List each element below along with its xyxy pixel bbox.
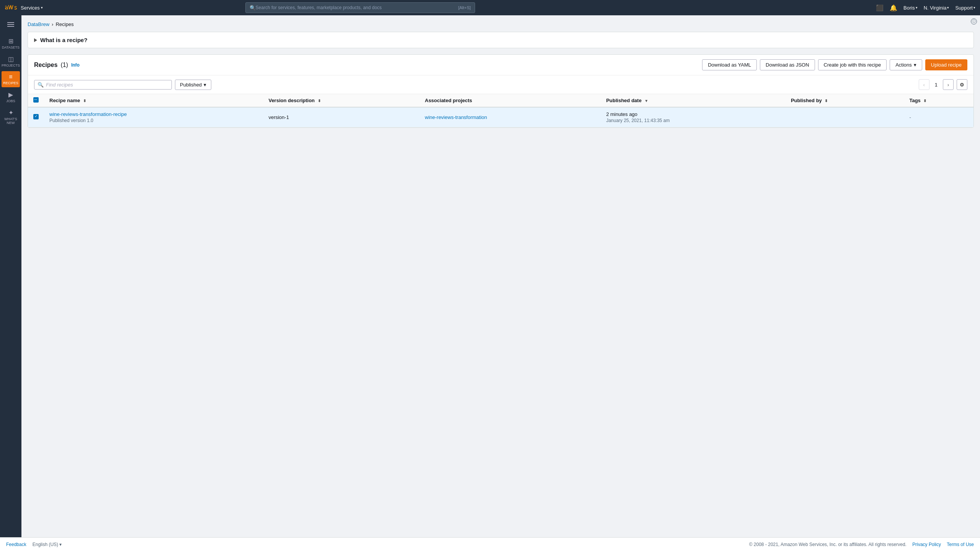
main-content: DataBrew › Recipes What is a recipe? Rec… [21,15,980,537]
region-name: N. Virginia [924,5,947,11]
published-filter-dropdown[interactable]: Published ▾ [175,80,211,90]
projects-icon: ◫ [8,55,14,63]
sidebar-item-jobs[interactable]: ▶ JOBS [2,89,20,105]
info-link[interactable]: Info [71,62,80,68]
col-associated-projects-label: Associated projects [425,98,472,103]
download-yaml-button[interactable]: Download as YAML [702,59,757,70]
actions-button[interactable]: Actions ▾ [890,59,922,70]
col-published-date-sort-icon: ▼ [645,99,648,103]
user-name: Boris [903,5,915,11]
version-description-value: version-1 [268,114,289,120]
jobs-icon: ▶ [8,91,13,98]
create-job-button[interactable]: Create job with this recipe [818,59,887,70]
col-version-description[interactable]: Version description ⬍ [263,94,419,107]
filter-row: 🔍 Published ▾ ‹ 1 › ⚙ [28,75,973,94]
hamburger-menu[interactable] [2,18,20,31]
settings-icon: ⚙ [960,82,964,88]
user-menu[interactable]: Boris ▾ [903,5,918,11]
table-row: wine-reviews-transformation-recipe Publi… [28,107,973,127]
sidebar-item-label: PROJECTS [2,64,20,67]
what-is-recipe-box[interactable]: What is a recipe? [28,32,974,48]
col-tags-sort-icon: ⬍ [923,99,926,103]
col-published-date[interactable]: Published date ▼ [601,94,786,107]
filter-left: 🔍 Published ▾ [34,80,211,90]
sidebar-item-label: DATASETS [2,46,20,49]
row-checkbox-cell[interactable] [28,107,44,127]
select-all-checkbox[interactable] [33,97,39,103]
prev-page-button[interactable]: ‹ [919,79,929,90]
sidebar-item-recipes[interactable]: ≡ RECIPES [2,71,20,87]
cloud-shell-icon[interactable]: ⬛ [876,4,884,11]
search-icon: 🔍 [250,5,256,11]
col-recipe-name[interactable]: Recipe name ⬍ [44,94,263,107]
published-date-relative: 2 minutes ago [606,111,780,117]
top-navigation: Services ▾ 🔍 [Alt+S] ⬛ 🔔 Boris ▾ N. Virg… [0,0,980,15]
search-input-icon: 🔍 [38,82,44,88]
breadcrumb-current: Recipes [56,21,74,27]
next-page-button[interactable]: › [943,79,954,90]
support-label: Support [955,5,973,11]
sidebar-item-datasets[interactable]: ⊞ DATASETS [2,35,20,52]
upload-recipe-button[interactable]: Upload recipe [925,59,967,70]
services-caret-icon: ▾ [41,6,43,10]
table-header: Recipe name ⬍ Version description ⬍ Asso… [28,94,973,107]
global-search-bar[interactable]: 🔍 [Alt+S] [245,2,475,13]
notification-icon[interactable]: 🔔 [890,4,897,11]
published-by-cell [786,107,904,127]
recipes-table: Recipe name ⬍ Version description ⬍ Asso… [28,94,973,127]
panel-header: Recipes (1) Info Download as YAML Downlo… [28,55,973,75]
expand-icon [34,38,37,42]
recipes-count: (1) [60,62,68,68]
info-circle-icon[interactable]: ⓘ [971,18,977,24]
recipe-name-cell: wine-reviews-transformation-recipe Publi… [44,107,263,127]
datasets-icon: ⊞ [8,37,13,45]
sidebar-item-whats-new[interactable]: ✦ WHAT'S NEW [2,107,20,127]
tags-cell: - [904,107,973,127]
panel-title-text: Recipes [34,62,57,68]
sidebar-item-label: JOBS [6,99,15,103]
recipe-name-link[interactable]: wine-reviews-transformation-recipe [49,111,127,117]
col-published-date-label: Published date [606,98,641,103]
col-associated-projects[interactable]: Associated projects [420,94,601,107]
tags-value: - [909,114,911,120]
published-filter-caret-icon: ▾ [204,82,206,88]
download-json-button[interactable]: Download as JSON [760,59,815,70]
recipes-panel: Recipes (1) Info Download as YAML Downlo… [28,54,974,128]
filter-right: ‹ 1 › ⚙ [919,79,967,90]
associated-projects-cell: wine-reviews-transformation [420,107,601,127]
sidebar-item-label: WHAT'S NEW [3,117,18,125]
associated-project-link[interactable]: wine-reviews-transformation [425,114,487,120]
whats-new-icon: ✦ [8,109,13,116]
sidebar-item-label: RECIPES [3,81,18,85]
col-version-description-label: Version description [268,98,315,103]
side-navigation: ⊞ DATASETS ◫ PROJECTS ≡ RECIPES ▶ JOBS ✦… [0,15,21,537]
panel-title-group: Recipes (1) Info [34,62,80,68]
breadcrumb-separator: › [52,21,53,27]
user-caret-icon: ▾ [916,6,918,10]
search-shortcut: [Alt+S] [458,5,471,10]
hamburger-line-3 [7,26,14,27]
col-published-by-sort-icon: ⬍ [825,99,828,103]
page-number: 1 [933,82,940,88]
col-recipe-name-label: Recipe name [49,98,80,103]
aws-logo[interactable] [5,4,17,11]
table-settings-button[interactable]: ⚙ [957,79,967,90]
select-all-header[interactable] [28,94,44,107]
nav-right-actions: ⬛ 🔔 Boris ▾ N. Virginia ▾ Support ▾ [876,4,975,11]
col-version-sort-icon: ⬍ [318,99,321,103]
published-date-absolute: January 25, 2021, 11:43:35 am [606,118,780,123]
panel-actions: Download as YAML Download as JSON Create… [702,59,967,70]
region-menu[interactable]: N. Virginia ▾ [924,5,949,11]
col-published-by[interactable]: Published by ⬍ [786,94,904,107]
col-tags[interactable]: Tags ⬍ [904,94,973,107]
info-button[interactable]: ⓘ [971,18,977,24]
actions-caret-icon: ▾ [914,62,916,68]
recipes-search-input[interactable] [46,82,168,88]
support-menu[interactable]: Support ▾ [955,5,975,11]
search-input[interactable] [256,5,458,10]
recipes-icon: ≡ [9,73,12,80]
sidebar-item-projects[interactable]: ◫ PROJECTS [2,53,20,70]
services-button[interactable]: Services ▾ [21,5,43,11]
breadcrumb-home-link[interactable]: DataBrew [28,21,49,27]
row-checkbox[interactable] [33,114,39,119]
